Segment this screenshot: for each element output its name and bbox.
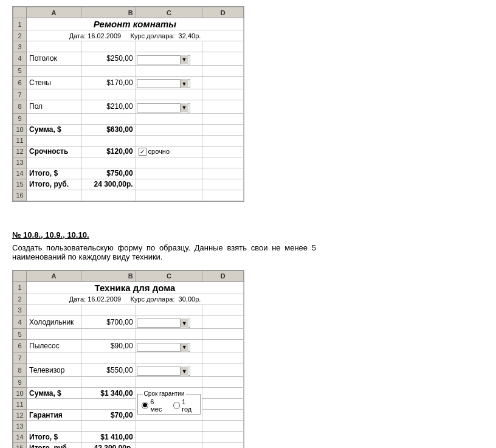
cell-d4	[202, 315, 244, 329]
corner-header	[13, 7, 27, 18]
corner-header	[13, 271, 27, 281]
checkbox-label: срочно	[148, 148, 170, 155]
cell-a11	[27, 135, 81, 146]
cell-d15	[202, 179, 244, 190]
cell-b5	[81, 329, 136, 340]
radio-1god[interactable]	[173, 402, 181, 409]
table-row: 8 Телевизор $550,00 ▼	[13, 364, 244, 377]
table-row: 2 Дата: 16.02.2009 Курс доллара: 32,40р.	[13, 30, 244, 41]
cell-c8[interactable]: ▼	[136, 100, 202, 114]
col-header-d: D	[202, 271, 244, 281]
row-num: 5	[13, 329, 27, 340]
cell-b11	[81, 399, 136, 410]
row-num: 1	[13, 18, 27, 30]
col-header-c: C	[136, 7, 202, 18]
row-num: 8	[13, 364, 27, 377]
cell-c13	[136, 157, 202, 168]
col-header-b: B	[81, 271, 136, 281]
row-num: 14	[13, 432, 27, 443]
table-row: 11	[13, 135, 244, 146]
table-row: 7	[13, 89, 244, 100]
cell-c15	[136, 179, 202, 190]
dropdown-steny[interactable]: ▼	[137, 79, 190, 88]
table-row: 2 Дата: 16.02.2009 Курс доллара: 30,00р.	[13, 294, 244, 305]
dropdown-arrow[interactable]: ▼	[180, 343, 188, 352]
row-num: 3	[13, 305, 27, 315]
radio-item-1god[interactable]: 1 год	[173, 398, 197, 413]
radio-filled-dot	[143, 403, 147, 407]
dropdown-potolok[interactable]: ▼	[137, 55, 190, 64]
row-num: 6	[13, 340, 27, 353]
table-row: 12 Гарантия $70,00	[13, 410, 244, 421]
cell-b3	[81, 305, 136, 315]
section2-desc: Создать пользовательскую форму по образц…	[12, 243, 316, 261]
cell-c8[interactable]: ▼	[136, 364, 202, 377]
cell-d12	[202, 410, 244, 421]
cell-c6[interactable]: ▼	[136, 340, 202, 353]
col-header-b: B	[81, 7, 136, 18]
radio-group-box: Срок гарантии 6 мес 1 год	[137, 394, 201, 415]
cell-b13	[81, 157, 136, 168]
cell-d10	[202, 388, 244, 399]
cell-a12: Срочность	[27, 146, 81, 157]
col-header-a: A	[27, 271, 81, 281]
cell-a7	[27, 353, 81, 364]
cell-d9	[202, 377, 244, 388]
cell-a9	[27, 377, 81, 388]
cell-d16	[202, 190, 244, 201]
row-num: 12	[13, 146, 27, 157]
section2-title: № 10.8., 10.9., 10.10.	[12, 230, 484, 240]
cell-c4[interactable]: ▼	[136, 315, 202, 329]
dropdown-arrow[interactable]: ▼	[180, 367, 188, 376]
cell-c3	[136, 41, 202, 52]
row-num: 9	[13, 377, 27, 388]
dropdown-holodilnik[interactable]: ▼	[137, 319, 190, 328]
cell-a15: Итого, руб.	[27, 443, 81, 449]
table-row: 15 Итого, руб. 24 300,00р.	[13, 179, 244, 190]
checkbox-container[interactable]: ✓ срочно	[139, 148, 200, 156]
row-num: 13	[13, 157, 27, 168]
cell-b6: $90,00	[81, 340, 136, 353]
row-num: 11	[13, 399, 27, 410]
col-header-c: C	[136, 271, 202, 281]
table-row: 3	[13, 305, 244, 315]
dropdown-arrow[interactable]: ▼	[180, 319, 188, 328]
cell-c16	[136, 190, 202, 201]
cell-b7	[81, 353, 136, 364]
cell-b4: $700,00	[81, 315, 136, 329]
table-row: 5	[13, 329, 244, 340]
cell-c6[interactable]: ▼	[136, 76, 202, 89]
dropdown-arrow[interactable]: ▼	[180, 103, 188, 112]
cell-c14	[136, 168, 202, 179]
dropdown-arrow[interactable]: ▼	[180, 79, 188, 88]
dropdown-pol[interactable]: ▼	[137, 103, 190, 112]
cell-c10	[136, 124, 202, 135]
cell-c5	[136, 65, 202, 76]
cell-d14	[202, 168, 244, 179]
cell-c12[interactable]: ✓ срочно	[136, 146, 202, 157]
cell-b14: $750,00	[81, 168, 136, 179]
table-row: 4 Потолок $250,00 ▼	[13, 52, 244, 66]
row-num: 10	[13, 124, 27, 135]
cell-b8: $210,00	[81, 100, 136, 114]
table-row: 14 Итого, $ $1 410,00	[13, 432, 244, 443]
radio-item-6mes[interactable]: 6 мес	[142, 398, 167, 413]
col-header-d: D	[202, 7, 244, 18]
cell-b15: 42 300,00р.	[81, 443, 136, 449]
dropdown-pylesos[interactable]: ▼	[137, 343, 190, 352]
cell-c10[interactable]: Срок гарантии 6 мес 1 год	[136, 388, 202, 421]
dropdown-arrow[interactable]: ▼	[180, 55, 188, 64]
cell-a3	[27, 305, 81, 315]
cell-b4: $250,00	[81, 52, 136, 66]
row-num: 14	[13, 168, 27, 179]
table-row: 6 Стены $170,00 ▼	[13, 76, 244, 89]
table-row: 9	[13, 113, 244, 124]
cell-d8	[202, 364, 244, 377]
dropdown-televizor[interactable]: ▼	[137, 367, 190, 376]
cell-c4[interactable]: ▼	[136, 52, 202, 66]
cell-d5	[202, 329, 244, 340]
srochno-checkbox[interactable]: ✓	[139, 148, 146, 156]
radio-6mes[interactable]	[142, 402, 149, 409]
cell-a4: Потолок	[27, 52, 81, 66]
cell-d14	[202, 432, 244, 443]
